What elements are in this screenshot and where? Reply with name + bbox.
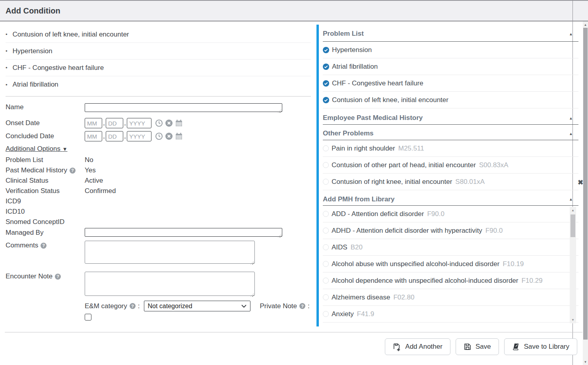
problem-list-item[interactable]: Contusion of left knee, initial encounte… [323, 92, 578, 108]
problem-list-section-header[interactable]: Problem List ▲ [323, 26, 578, 42]
condition-name: Alcohol abuse with unspecified alcohol-i… [332, 260, 499, 268]
radio-icon [323, 261, 329, 267]
scroll-up-icon[interactable]: ▲ [583, 23, 588, 27]
icd-code: M25.511 [398, 145, 424, 153]
save-button[interactable]: Save [456, 338, 499, 355]
problem-list-item[interactable]: CHF - Congestive heart failure [323, 75, 578, 92]
library-item[interactable]: ADHD - Attention deficit disorder with h… [323, 222, 578, 239]
other-problem-item[interactable]: Pain in right shoulder M25.511 [323, 140, 578, 157]
encounter-note-row: Encounter Note ? [6, 272, 316, 297]
concluded-month-input[interactable] [85, 131, 102, 141]
date-separator: - [124, 134, 126, 141]
icd9-label: ICD9 [6, 197, 85, 205]
problem-list-value: No [85, 156, 93, 164]
scroll-up-icon[interactable]: ▲ [570, 209, 576, 212]
em-category-select[interactable]: Not categorized [144, 301, 250, 311]
library-item[interactable]: Anxiety F41.9 [323, 306, 578, 323]
library-item[interactable]: Alcohol abuse with unspecified alcohol-i… [323, 256, 578, 272]
collapse-icon[interactable]: ▲ [569, 131, 573, 136]
scrollbar-thumb[interactable] [571, 214, 575, 237]
problem-list-label: Problem List [6, 156, 85, 164]
employee-pmh-section-header[interactable]: Employee Past Medical History ▲ [323, 112, 578, 125]
problem-name: Pain in right shoulder [332, 145, 395, 153]
radio-icon [323, 179, 329, 185]
clock-icon[interactable] [155, 132, 163, 140]
condition-name: CHF - Congestive heart failure [13, 64, 104, 72]
library-item[interactable]: Alcohol dependence with unspecified alco… [323, 272, 578, 289]
problem-name: Contusion of left knee, initial encounte… [332, 96, 448, 104]
onset-day-input[interactable] [106, 118, 123, 128]
list-item: • CHF - Congestive heart failure [6, 60, 311, 76]
left-column: • Contusion of left knee, initial encoun… [0, 21, 316, 321]
managed-by-input[interactable] [85, 228, 282, 237]
calendar-icon[interactable] [175, 119, 183, 127]
additional-options-link[interactable]: Additional Options ▼ [6, 145, 68, 153]
encounter-note-label: Encounter Note [6, 272, 52, 280]
collapse-icon[interactable]: ▲ [569, 32, 573, 36]
managed-by-label: Managed By [6, 228, 85, 237]
clock-icon[interactable] [155, 119, 163, 127]
concluded-year-input[interactable] [127, 131, 151, 141]
condition-name: Contusion of left knee, initial encounte… [13, 31, 129, 39]
library-scrollbar[interactable]: ▲ ▼ [570, 207, 576, 323]
scrollbar-thumb[interactable] [583, 28, 588, 340]
problem-list-item[interactable]: Hypertension [323, 42, 578, 58]
name-input[interactable] [85, 103, 282, 112]
problem-list-item[interactable]: Atrial fibrillation [323, 58, 578, 75]
private-note-label: Private Note [260, 302, 297, 310]
scroll-down-icon[interactable]: ▼ [583, 360, 588, 364]
divider [6, 96, 311, 97]
comments-input[interactable] [85, 241, 255, 264]
clear-date-icon[interactable] [165, 119, 173, 127]
concluded-day-input[interactable] [106, 131, 123, 141]
icd-code: B20 [351, 243, 363, 251]
library-item[interactable]: AIDS B20 [323, 239, 578, 256]
detail-row: Snomed ConceptID [6, 217, 316, 227]
condition-name: ADHD - Attention deficit disorder with h… [332, 227, 482, 235]
resize-handle-icon [85, 228, 282, 238]
collapse-icon[interactable]: ▲ [569, 197, 573, 201]
detail-row: ICD10 [6, 207, 316, 217]
bullet-icon: • [6, 48, 8, 54]
concluded-date-label: Concluded Date [6, 132, 85, 140]
detail-row: Problem List No [6, 155, 316, 165]
private-note-checkbox[interactable] [85, 314, 91, 321]
employee-pmh-section-title: Employee Past Medical History [323, 114, 423, 122]
managed-by-row: Managed By [6, 228, 316, 238]
library-item[interactable]: ADD - Attention deficit disorder F90.0 [323, 206, 578, 222]
check-circle-icon [323, 64, 329, 70]
onset-year-input[interactable] [127, 118, 151, 128]
close-icon: ✖ [578, 178, 583, 187]
save-to-library-button[interactable]: Save to Library [504, 338, 577, 355]
em-category-colon: : [138, 302, 140, 310]
help-icon[interactable]: ? [55, 274, 61, 280]
collapse-icon[interactable]: ▲ [569, 116, 573, 120]
book-icon [512, 343, 520, 351]
calendar-icon[interactable] [175, 132, 183, 140]
library-item[interactable]: Alzheimers disease F02.80 [323, 289, 578, 306]
save-plus-icon [393, 343, 401, 351]
icd-code: F10.19 [503, 260, 524, 268]
help-icon[interactable]: ? [130, 303, 136, 309]
additional-options-row: Additional Options ▼ [6, 144, 316, 154]
icd-code: S00.83xA [479, 161, 508, 169]
bullet-icon: • [6, 32, 8, 37]
onset-month-input[interactable] [85, 118, 102, 128]
condition-form: Name Onset Date - - Concluded Date [6, 103, 316, 321]
page-scrollbar[interactable]: ▲ ▼ [583, 21, 588, 365]
encounter-note-input[interactable] [85, 272, 255, 296]
other-problem-item[interactable]: Contusion of other part of head, initial… [323, 157, 578, 174]
other-problem-item[interactable]: Contusion of right knee, initial encount… [323, 174, 578, 190]
help-icon[interactable]: ? [41, 243, 47, 249]
other-problems-section-header[interactable]: Other Problems ▲ [323, 127, 578, 140]
help-icon[interactable]: ? [299, 303, 305, 309]
help-icon[interactable]: ? [70, 168, 76, 174]
clear-date-icon[interactable] [165, 132, 173, 140]
add-another-button[interactable]: Add Another [385, 338, 450, 355]
radio-icon [323, 145, 329, 151]
save-icon [464, 343, 472, 351]
problem-list-section-title: Problem List [323, 30, 364, 38]
scroll-down-icon[interactable]: ▼ [570, 318, 576, 322]
problem-name: Contusion of other part of head, initial… [332, 161, 476, 169]
pmh-library-section-header[interactable]: Add PMH from Library ▲ [323, 193, 578, 206]
